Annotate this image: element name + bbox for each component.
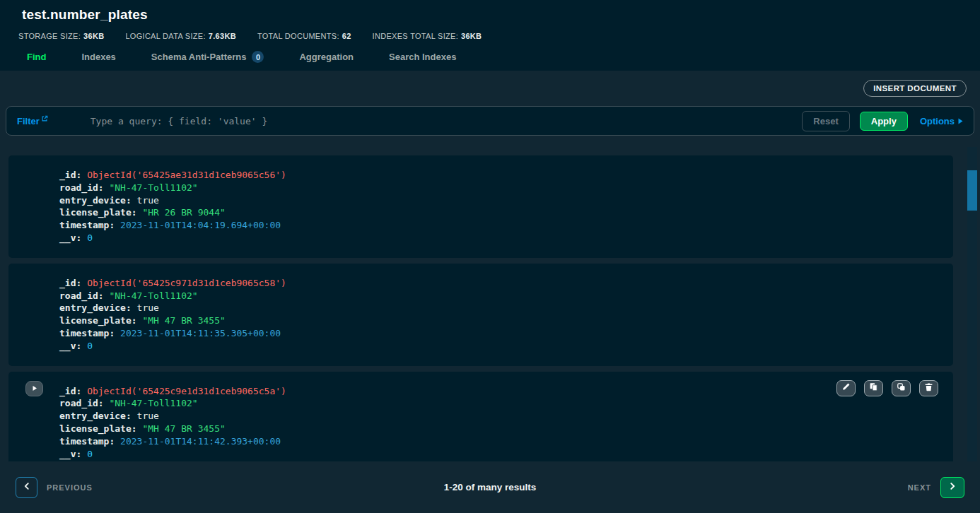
field-value: "MH 47 BR 3455"	[142, 315, 225, 326]
collection-page: test.number_plates STORAGE SIZE:36KB LOG…	[0, 0, 980, 513]
documents-toolbar: INSERT DOCUMENT	[0, 71, 980, 106]
document-card[interactable]: _id: ObjectId('65425c971d31d1ceb9065c58'…	[8, 264, 953, 366]
document-field: entry_device: true	[59, 410, 953, 423]
external-link-icon	[41, 114, 48, 124]
pager-previous: PREVIOUS	[16, 477, 93, 498]
field-value: 2023-11-01T14:11:35.305+00:00	[120, 328, 281, 338]
stat-storage-size: STORAGE SIZE:36KB	[18, 32, 104, 40]
field-value: "NH-47-Toll1102"	[109, 182, 197, 193]
document-field: timestamp: 2023-11-01T14:11:35.305+00:00	[59, 327, 953, 340]
chevron-left-icon	[22, 481, 32, 493]
document-card[interactable]: _id: ObjectId('65425c9e1d31d1ceb9065c5a'…	[8, 372, 953, 461]
scrollbar-thumb[interactable]	[967, 170, 977, 211]
trash-icon	[924, 382, 933, 394]
query-input[interactable]: Type a query: { field: 'value' }	[91, 116, 803, 126]
field-key: __v:	[59, 341, 81, 351]
document-fields: _id: ObjectId('65425c9e1d31d1ceb9065c5a'…	[8, 385, 953, 461]
filter-docs-link[interactable]: Filter	[17, 116, 48, 126]
document-card[interactable]: _id: ObjectId('65425ae31d31d1ceb9065c56'…	[8, 155, 953, 258]
field-value: "NH-47-Toll1102"	[109, 398, 197, 408]
field-key: _id:	[59, 170, 81, 180]
results-count: 1-20 of many results	[0, 482, 980, 493]
field-value: 0	[87, 341, 93, 351]
pagination-footer: PREVIOUS 1-20 of many results NEXT	[0, 461, 980, 513]
pager-next: NEXT	[908, 477, 964, 498]
document-field: __v: 0	[59, 448, 953, 461]
copy-icon-button[interactable]	[864, 380, 883, 396]
field-value: "MH 47 BR 3455"	[142, 423, 225, 434]
query-filter-bar: Filter Type a query: { field: 'value' } …	[6, 106, 974, 136]
field-key: license_plate:	[59, 423, 137, 434]
document-actions	[836, 380, 938, 396]
document-field: road_id: "NH-47-Toll1102"	[59, 290, 953, 302]
document-field: license_plate: "HR 26 BR 9044"	[59, 206, 953, 219]
field-key: entry_device:	[59, 195, 132, 206]
collection-tabs: Find Indexes Schema Anti-Patterns0 Aggre…	[27, 51, 980, 69]
document-fields: _id: ObjectId('65425c971d31d1ceb9065c58'…	[8, 277, 953, 353]
field-key: license_plate:	[59, 207, 137, 218]
field-key: timestamp:	[59, 220, 115, 230]
document-field: road_id: "NH-47-Toll1102"	[59, 397, 953, 410]
document-field: entry_device: true	[59, 194, 953, 207]
field-key: __v:	[59, 449, 81, 459]
apply-button[interactable]: Apply	[860, 112, 908, 131]
stat-logical-data-size: LOGICAL DATA SIZE:7.63KB	[125, 32, 236, 40]
reset-button[interactable]: Reset	[802, 111, 849, 131]
document-field: _id: ObjectId('65425c9e1d31d1ceb9065c5a'…	[59, 385, 953, 398]
insert-document-button[interactable]: INSERT DOCUMENT	[863, 80, 967, 97]
tab-search-indexes[interactable]: Search Indexes	[389, 51, 456, 69]
document-field: entry_device: true	[59, 302, 953, 314]
stat-total-documents: TOTAL DOCUMENTS:62	[257, 32, 351, 40]
delete-document-button[interactable]	[919, 380, 938, 396]
field-key: road_id:	[59, 290, 104, 301]
copy-icon	[869, 382, 878, 394]
field-value: 0	[87, 449, 93, 459]
document-field: _id: ObjectId('65425ae31d31d1ceb9065c56'…	[59, 169, 953, 182]
expand-document-button[interactable]	[25, 381, 43, 396]
collection-stats: STORAGE SIZE:36KB LOGICAL DATA SIZE:7.63…	[18, 32, 980, 40]
field-key: entry_device:	[59, 411, 132, 421]
pencil-icon	[841, 382, 851, 394]
document-field: __v: 0	[59, 232, 953, 244]
field-key: entry_device:	[59, 302, 132, 313]
tab-schema-anti-patterns[interactable]: Schema Anti-Patterns0	[151, 51, 264, 69]
edit-document-button[interactable]	[836, 380, 856, 396]
field-key: license_plate:	[59, 315, 137, 326]
field-value: ObjectId('65425c971d31d1ceb9065c58')	[87, 278, 286, 288]
stat-indexes-total-size: INDEXES TOTAL SIZE:36KB	[373, 32, 482, 40]
tab-find[interactable]: Find	[27, 51, 46, 69]
field-value: 2023-11-01T14:04:19.694+00:00	[120, 220, 281, 230]
field-value: ObjectId('65425c9e1d31d1ceb9065c5a')	[87, 386, 286, 396]
document-field: license_plate: "MH 47 BR 3455"	[59, 423, 953, 435]
tab-aggregation[interactable]: Aggregation	[299, 51, 354, 69]
field-value: 2023-11-01T14:11:42.393+00:00	[120, 436, 281, 447]
next-page-button[interactable]	[940, 477, 964, 498]
options-toggle[interactable]: Options	[920, 116, 963, 126]
vertical-scrollbar[interactable]	[967, 147, 977, 461]
field-key: _id:	[59, 386, 81, 396]
field-value: true	[137, 302, 159, 313]
field-value: true	[137, 195, 159, 206]
tab-indexes[interactable]: Indexes	[81, 51, 115, 69]
document-field: timestamp: 2023-11-01T14:04:19.694+00:00	[59, 219, 953, 232]
field-value: ObjectId('65425ae31d31d1ceb9065c56')	[87, 170, 286, 180]
schema-anti-patterns-badge: 0	[252, 51, 264, 63]
previous-label: PREVIOUS	[47, 483, 93, 492]
collection-header: test.number_plates STORAGE SIZE:36KB LOG…	[0, 0, 980, 71]
previous-page-button[interactable]	[16, 477, 37, 498]
field-key: _id:	[59, 278, 81, 288]
caret-right-icon	[958, 116, 963, 126]
document-list: _id: ObjectId('65425ae31d31d1ceb9065c56'…	[0, 147, 980, 461]
field-key: timestamp:	[59, 328, 115, 338]
next-label: NEXT	[908, 483, 931, 492]
document-field: __v: 0	[59, 340, 953, 353]
field-key: timestamp:	[59, 436, 115, 447]
clone-icon	[897, 382, 906, 394]
field-value: 0	[87, 232, 93, 243]
document-field: timestamp: 2023-11-01T14:11:42.393+00:00	[59, 435, 953, 448]
document-field: road_id: "NH-47-Toll1102"	[59, 182, 953, 194]
field-value: "HR 26 BR 9044"	[142, 207, 225, 218]
document-field: license_plate: "MH 47 BR 3455"	[59, 314, 953, 327]
field-key: road_id:	[59, 398, 104, 408]
clone-document-button[interactable]	[892, 380, 911, 396]
